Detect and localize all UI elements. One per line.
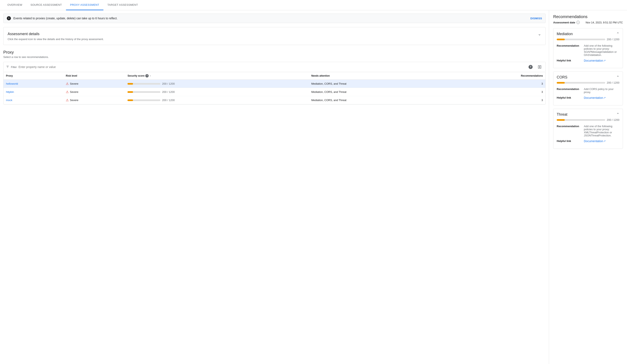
table-row[interactable]: mock ⚠ Severe 200 / 1200 Mediation, CORS… [3,96,545,104]
rec-card-title-threat: Threat [557,112,567,117]
score-bar [127,83,160,85]
assessment-date-row: Assessment date i Nov 14, 2023, 9:51:32 … [553,21,623,24]
rec-card-cors: CORS ⌃ 200 / 1200 Recommendation Add COR… [553,72,623,105]
sort-icon[interactable]: ↑ [150,74,151,77]
cell-proxy: httpbin [3,88,63,96]
assessment-date-value: Nov 14, 2023, 9:51:32 PM UTC [586,21,623,24]
rec-detail-recommendation-cors: Recommendation Add CORS policy to your p… [557,88,619,94]
rec-card-chevron-threat[interactable]: ⌃ [616,112,619,117]
severe-icon: ⚠ [66,82,69,86]
expand-icon[interactable]: ⌄ [538,31,541,36]
rec-score-text-cors: 200 / 1200 [607,81,619,84]
right-panel: Recommendations Assessment date i Nov 14… [549,10,627,364]
rec-card-title-cors: CORS [557,75,567,80]
assessment-details-card: Assessment details ⌄ Click the expand ic… [3,27,546,45]
cell-recommendations: 3 [450,96,545,104]
score-bar-fill [127,83,133,85]
cell-needs-attention: Mediation, CORS, and Threat [309,96,450,104]
rec-detail-link-mediation: Helpful link Documentation ↗ [557,59,619,62]
left-content: i Events related to proxies (create, upd… [0,10,549,364]
rec-detail-link-cors: Helpful link Documentation ↗ [557,96,619,99]
score-bar [127,91,160,93]
score-bar [127,99,160,101]
severe-icon: ⚠ [66,98,69,102]
dismiss-button[interactable]: DISMISS [530,17,542,20]
rec-card-title-mediation: Mediation [557,32,573,36]
rec-detail-link-threat: Helpful link Documentation ↗ [557,139,619,143]
col-risk-level: Risk level [63,72,125,80]
svg-rect-3 [538,66,539,68]
rec-score-bar-container-mediation: 200 / 1200 [557,38,619,41]
proxy-table: Proxy Risk level Security score ? ↑ Need… [3,72,545,104]
rec-card-chevron-cors[interactable]: ⌃ [616,75,619,80]
table-row[interactable]: helloworld ⚠ Severe 200 / 1200 Mediation… [3,80,545,88]
cell-risk-level: ⚠ Severe [63,80,125,88]
security-score-help-icon[interactable]: ? [145,74,149,77]
rec-cards: Mediation ⌃ 200 / 1200 Recommendation Ad… [553,28,623,149]
cell-recommendations: 3 [450,80,545,88]
cell-security-score: 200 / 1200 [125,80,309,88]
rec-detail-recommendation-threat: Recommendation Add one of the following … [557,125,619,137]
tab-target[interactable]: TARGET ASSESSMENT [104,0,142,10]
cell-needs-attention: Mediation, CORS, and Threat [309,88,450,96]
col-needs-attention: Needs attention [309,72,450,80]
svg-rect-4 [540,66,541,68]
proxy-link[interactable]: mock [6,99,12,102]
risk-level-text: Severe [70,99,78,102]
proxy-table-container: Proxy Risk level Security score ? ↑ Need… [3,72,546,105]
score-bar-fill [127,99,133,101]
rec-card-chevron-mediation[interactable]: ⌃ [616,32,619,36]
rec-card-threat: Threat ⌃ 200 / 1200 Recommendation Add o… [553,109,623,149]
cell-risk-level: ⚠ Severe [63,88,125,96]
right-panel-title: Recommendations [553,14,623,19]
columns-button[interactable] [536,64,543,70]
filter-icon [6,65,9,69]
col-recommendations: Recommendations [450,72,545,80]
tab-overview[interactable]: OVERVIEW [3,0,26,10]
proxy-section-subtitle: Select a row to see recommendations. [3,55,546,58]
rec-score-bar-fill-cors [557,82,565,84]
tab-proxy[interactable]: PROXY ASSESSMENT [66,0,104,10]
rec-score-bar-cors [557,82,605,84]
assessment-date-info-icon: i [576,21,580,24]
filter-bar: Filter ? [3,62,546,72]
assessment-date-label: Assessment date [553,21,575,24]
cell-security-score: 200 / 1200 [125,88,309,96]
proxy-link[interactable]: httpbin [6,91,14,93]
rec-score-bar-mediation [557,39,605,40]
assessment-details-subtitle: Click the expand icon to view the detail… [8,38,541,41]
filter-input[interactable] [18,65,527,69]
cell-security-score: 200 / 1200 [125,96,309,104]
rec-score-bar-container-threat: 200 / 1200 [557,118,619,121]
info-banner: i Events related to proxies (create, upd… [3,14,546,23]
help-button[interactable]: ? [527,64,534,70]
rec-link-mediation[interactable]: Documentation ↗ [584,59,606,62]
risk-level-text: Severe [70,91,78,93]
rec-link-cors[interactable]: Documentation ↗ [584,96,606,99]
severe-icon: ⚠ [66,90,69,94]
proxy-link[interactable]: helloworld [6,82,18,85]
rec-score-bar-threat [557,119,605,121]
rec-score-bar-fill-mediation [557,39,565,40]
external-link-icon: ↗ [604,140,606,142]
cell-recommendations: 3 [450,88,545,96]
external-link-icon: ↗ [604,59,606,62]
score-text: 200 / 1200 [162,82,174,85]
external-link-icon: ↗ [604,96,606,99]
rec-detail-recommendation-mediation: Recommendation Add one of the following … [557,44,619,56]
proxy-section-title: Proxy [3,50,546,55]
rec-score-bar-container-cors: 200 / 1200 [557,81,619,84]
cell-proxy: helloworld [3,80,63,88]
cell-needs-attention: Mediation, CORS, and Threat [309,80,450,88]
table-row[interactable]: httpbin ⚠ Severe 200 / 1200 Mediation, C… [3,88,545,96]
risk-level-text: Severe [70,82,78,85]
banner-text: Events related to proxies (create, updat… [13,17,530,20]
col-proxy: Proxy [3,72,63,80]
rec-score-bar-fill-threat [557,119,565,121]
col-security-score: Security score ? ↑ [125,72,309,80]
tabs-bar: OVERVIEWSOURCE ASSESSMENTPROXY ASSESSMEN… [0,0,627,10]
rec-link-threat[interactable]: Documentation ↗ [584,139,606,143]
info-icon: i [7,16,11,20]
tab-source[interactable]: SOURCE ASSESSMENT [26,0,66,10]
score-bar-fill [127,91,133,93]
